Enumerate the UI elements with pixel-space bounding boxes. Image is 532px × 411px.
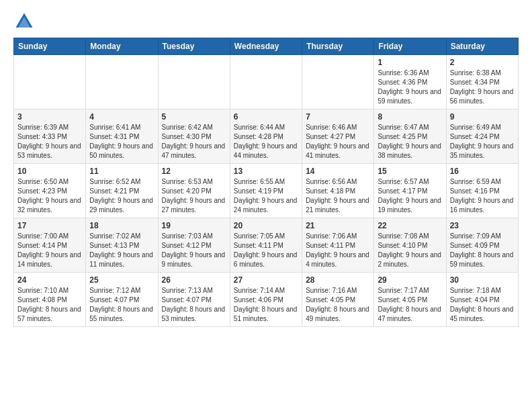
- day-info: Sunrise: 6:44 AMSunset: 4:28 PMDaylight:…: [234, 124, 298, 159]
- day-number: 1: [378, 58, 442, 67]
- empty-cell: [14, 55, 86, 109]
- empty-cell: [86, 55, 158, 109]
- day-cell-2: 2 Sunrise: 6:38 AMSunset: 4:34 PMDayligh…: [446, 55, 518, 109]
- day-cell-10: 10 Sunrise: 6:50 AMSunset: 4:23 PMDaylig…: [14, 164, 86, 218]
- day-number: 9: [450, 112, 515, 122]
- day-cell-27: 27 Sunrise: 7:14 AMSunset: 4:06 PMDaylig…: [230, 273, 302, 327]
- day-cell-8: 8 Sunrise: 6:47 AMSunset: 4:25 PMDayligh…: [374, 109, 446, 164]
- weekday-header-sunday: Sunday: [14, 38, 86, 55]
- day-cell-4: 4 Sunrise: 6:41 AMSunset: 4:31 PMDayligh…: [86, 109, 158, 164]
- day-info: Sunrise: 6:57 AMSunset: 4:17 PMDaylight:…: [378, 178, 441, 214]
- day-number: 19: [162, 221, 226, 230]
- weekday-header-wednesday: Wednesday: [230, 38, 302, 55]
- day-number: 26: [162, 275, 226, 285]
- day-info: Sunrise: 6:52 AMSunset: 4:21 PMDaylight:…: [89, 178, 153, 214]
- day-cell-26: 26 Sunrise: 7:13 AMSunset: 4:07 PMDaylig…: [158, 273, 230, 327]
- day-number: 12: [162, 167, 226, 176]
- day-number: 6: [234, 112, 298, 122]
- day-info: Sunrise: 6:53 AMSunset: 4:20 PMDaylight:…: [162, 178, 226, 214]
- day-cell-5: 5 Sunrise: 6:42 AMSunset: 4:30 PMDayligh…: [158, 109, 230, 164]
- day-info: Sunrise: 6:39 AMSunset: 4:33 PMDaylight:…: [17, 124, 81, 159]
- day-number: 3: [17, 112, 82, 122]
- day-number: 24: [17, 275, 82, 285]
- day-number: 2: [450, 58, 515, 67]
- day-cell-15: 15 Sunrise: 6:57 AMSunset: 4:17 PMDaylig…: [374, 164, 446, 218]
- day-info: Sunrise: 7:00 AMSunset: 4:14 PMDaylight:…: [17, 232, 81, 268]
- day-info: Sunrise: 6:59 AMSunset: 4:16 PMDaylight:…: [450, 178, 514, 214]
- day-cell-9: 9 Sunrise: 6:49 AMSunset: 4:24 PMDayligh…: [446, 109, 518, 164]
- day-info: Sunrise: 7:06 AMSunset: 4:11 PMDaylight:…: [306, 232, 369, 268]
- empty-cell: [158, 55, 230, 109]
- page: SundayMondayTuesdayWednesdayThursdayFrid…: [0, 0, 532, 338]
- weekday-header-thursday: Thursday: [302, 38, 374, 55]
- day-cell-20: 20 Sunrise: 7:05 AMSunset: 4:11 PMDaylig…: [230, 218, 302, 273]
- week-row-1: 1 Sunrise: 6:36 AMSunset: 4:36 PMDayligh…: [14, 55, 519, 109]
- day-info: Sunrise: 6:49 AMSunset: 4:24 PMDaylight:…: [450, 124, 514, 159]
- day-number: 25: [89, 275, 154, 285]
- day-info: Sunrise: 6:38 AMSunset: 4:34 PMDaylight:…: [450, 69, 514, 105]
- logo-icon: [13, 11, 35, 32]
- day-cell-21: 21 Sunrise: 7:06 AMSunset: 4:11 PMDaylig…: [302, 218, 374, 273]
- day-number: 30: [450, 275, 515, 285]
- day-cell-24: 24 Sunrise: 7:10 AMSunset: 4:08 PMDaylig…: [14, 273, 86, 327]
- day-number: 16: [450, 167, 515, 176]
- day-info: Sunrise: 7:14 AMSunset: 4:06 PMDaylight:…: [234, 287, 298, 322]
- logo: [13, 11, 38, 32]
- day-info: Sunrise: 7:08 AMSunset: 4:10 PMDaylight:…: [378, 232, 441, 268]
- day-cell-7: 7 Sunrise: 6:46 AMSunset: 4:27 PMDayligh…: [302, 109, 374, 164]
- day-number: 29: [378, 275, 442, 285]
- day-cell-6: 6 Sunrise: 6:44 AMSunset: 4:28 PMDayligh…: [230, 109, 302, 164]
- weekday-header-monday: Monday: [86, 38, 158, 55]
- day-cell-17: 17 Sunrise: 7:00 AMSunset: 4:14 PMDaylig…: [14, 218, 86, 273]
- day-info: Sunrise: 7:10 AMSunset: 4:08 PMDaylight:…: [17, 287, 81, 322]
- day-info: Sunrise: 6:55 AMSunset: 4:19 PMDaylight:…: [234, 178, 298, 214]
- weekday-header-saturday: Saturday: [446, 38, 518, 55]
- day-number: 27: [234, 275, 298, 285]
- day-number: 5: [162, 112, 226, 122]
- weekday-header-friday: Friday: [374, 38, 446, 55]
- day-number: 21: [306, 221, 370, 230]
- week-row-5: 24 Sunrise: 7:10 AMSunset: 4:08 PMDaylig…: [14, 273, 519, 327]
- day-cell-19: 19 Sunrise: 7:03 AMSunset: 4:12 PMDaylig…: [158, 218, 230, 273]
- day-cell-16: 16 Sunrise: 6:59 AMSunset: 4:16 PMDaylig…: [446, 164, 518, 218]
- day-info: Sunrise: 6:47 AMSunset: 4:25 PMDaylight:…: [378, 124, 441, 159]
- day-number: 22: [378, 221, 442, 230]
- day-info: Sunrise: 6:42 AMSunset: 4:30 PMDaylight:…: [162, 124, 226, 159]
- day-cell-13: 13 Sunrise: 6:55 AMSunset: 4:19 PMDaylig…: [230, 164, 302, 218]
- day-info: Sunrise: 7:03 AMSunset: 4:12 PMDaylight:…: [162, 232, 226, 268]
- day-info: Sunrise: 7:05 AMSunset: 4:11 PMDaylight:…: [234, 232, 298, 268]
- day-cell-18: 18 Sunrise: 7:02 AMSunset: 4:13 PMDaylig…: [86, 218, 158, 273]
- weekday-header-row: SundayMondayTuesdayWednesdayThursdayFrid…: [14, 38, 519, 55]
- day-cell-29: 29 Sunrise: 7:17 AMSunset: 4:05 PMDaylig…: [374, 273, 446, 327]
- day-cell-30: 30 Sunrise: 7:18 AMSunset: 4:04 PMDaylig…: [446, 273, 518, 327]
- empty-cell: [302, 55, 374, 109]
- day-number: 28: [306, 275, 370, 285]
- day-cell-1: 1 Sunrise: 6:36 AMSunset: 4:36 PMDayligh…: [374, 55, 446, 109]
- week-row-3: 10 Sunrise: 6:50 AMSunset: 4:23 PMDaylig…: [14, 164, 519, 218]
- day-info: Sunrise: 7:09 AMSunset: 4:09 PMDaylight:…: [450, 232, 514, 268]
- day-number: 8: [378, 112, 442, 122]
- day-cell-23: 23 Sunrise: 7:09 AMSunset: 4:09 PMDaylig…: [446, 218, 518, 273]
- day-info: Sunrise: 7:18 AMSunset: 4:04 PMDaylight:…: [450, 287, 514, 322]
- day-info: Sunrise: 7:02 AMSunset: 4:13 PMDaylight:…: [89, 232, 153, 268]
- day-number: 14: [306, 167, 370, 176]
- week-row-2: 3 Sunrise: 6:39 AMSunset: 4:33 PMDayligh…: [14, 109, 519, 164]
- day-info: Sunrise: 7:12 AMSunset: 4:07 PMDaylight:…: [89, 287, 153, 322]
- day-number: 18: [89, 221, 154, 230]
- empty-cell: [230, 55, 302, 109]
- day-cell-3: 3 Sunrise: 6:39 AMSunset: 4:33 PMDayligh…: [14, 109, 86, 164]
- weekday-header-tuesday: Tuesday: [158, 38, 230, 55]
- day-number: 17: [17, 221, 82, 230]
- day-cell-12: 12 Sunrise: 6:53 AMSunset: 4:20 PMDaylig…: [158, 164, 230, 218]
- calendar-table: SundayMondayTuesdayWednesdayThursdayFrid…: [13, 38, 519, 327]
- day-info: Sunrise: 6:56 AMSunset: 4:18 PMDaylight:…: [306, 178, 369, 214]
- day-number: 23: [450, 221, 515, 230]
- day-number: 4: [89, 112, 154, 122]
- day-number: 10: [17, 167, 82, 176]
- day-cell-22: 22 Sunrise: 7:08 AMSunset: 4:10 PMDaylig…: [374, 218, 446, 273]
- day-number: 13: [234, 167, 298, 176]
- day-cell-14: 14 Sunrise: 6:56 AMSunset: 4:18 PMDaylig…: [302, 164, 374, 218]
- day-info: Sunrise: 7:17 AMSunset: 4:05 PMDaylight:…: [378, 287, 441, 322]
- day-info: Sunrise: 7:16 AMSunset: 4:05 PMDaylight:…: [306, 287, 369, 322]
- day-info: Sunrise: 7:13 AMSunset: 4:07 PMDaylight:…: [162, 287, 226, 322]
